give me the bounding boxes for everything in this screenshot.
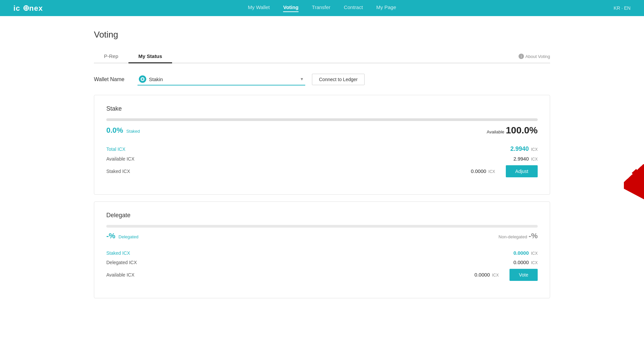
- available-icx-delegate-row: Available ICX 0.0000 ICX Vote: [106, 267, 538, 283]
- nav-my-page[interactable]: My Page: [376, 4, 396, 12]
- non-delegated-value: -%: [529, 232, 538, 240]
- delegated-label: Delegated: [118, 234, 138, 239]
- language-selector[interactable]: KR · EN: [613, 5, 631, 11]
- delegate-progress-track: [106, 225, 538, 228]
- wallet-name-label: Wallet Name: [94, 76, 131, 82]
- staked-label: Staked: [126, 129, 140, 134]
- staked-icx-delegate-label: Staked ICX: [106, 250, 130, 256]
- logo: ic nex: [13, 3, 44, 13]
- connect-ledger-button[interactable]: Connect to Ledger: [312, 74, 365, 85]
- navbar: ic nex My Wallet Voting Transfer Contrac…: [0, 0, 644, 16]
- staked-icx-label: Staked ICX: [106, 169, 130, 174]
- delegated-icx-row: Delegated ICX 0.0000 ICX: [106, 258, 538, 267]
- wallet-select[interactable]: Stakin ▼: [138, 73, 305, 85]
- staked-percent: 0.0% Staked: [106, 126, 140, 135]
- staked-icx-delegate-value: 0.0000 ICX: [514, 250, 538, 256]
- available-icx-row: Available ICX 2.9940 ICX: [106, 154, 538, 164]
- staked-icx-value: 0.0000 ICX Adjust: [471, 165, 538, 177]
- available-pct-value: 100.0%: [506, 125, 538, 135]
- total-icx-row: Total ICX 2.9940 ICX: [106, 144, 538, 154]
- staked-icx-delegate-row: Staked ICX 0.0000 ICX: [106, 248, 538, 258]
- available-icx-label: Available ICX: [106, 156, 135, 162]
- total-icx-value: 2.9940 ICX: [510, 145, 538, 153]
- vote-button[interactable]: Vote: [509, 269, 538, 281]
- available-icx-value: 2.9940 ICX: [514, 156, 538, 162]
- stake-percent-row: 0.0% Staked Available 100.0%: [106, 125, 538, 136]
- delegated-pct-value: -%: [106, 232, 115, 240]
- tab-prep[interactable]: P-Rep: [94, 50, 128, 63]
- page-title: Voting: [94, 29, 550, 40]
- svg-text:ic: ic: [13, 4, 20, 12]
- delegate-pct-row: -% Delegated Non-delegated -%: [106, 232, 538, 240]
- nav-links: My Wallet Voting Transfer Contract My Pa…: [248, 4, 396, 12]
- delegate-icx-table: Staked ICX 0.0000 ICX Delegated ICX 0.00…: [106, 248, 538, 283]
- wallet-icon: [139, 75, 146, 83]
- staked-pct-value: 0.0%: [106, 126, 123, 134]
- delegate-title: Delegate: [106, 212, 538, 219]
- delegate-card: Delegate -% Delegated Non-delegated -% S…: [94, 201, 550, 298]
- stake-title: Stake: [106, 105, 538, 112]
- staked-icx-row: Staked ICX 0.0000 ICX Adjust: [106, 164, 538, 179]
- delegated-icx-value: 0.0000 ICX: [514, 259, 538, 265]
- stake-card: Stake 0.0% Staked Available 100.0% Total…: [94, 95, 550, 195]
- tabs: P-Rep My Status i About Voting: [94, 50, 550, 63]
- info-icon: i: [519, 54, 524, 59]
- available-label: Available: [487, 129, 504, 134]
- tab-my-status[interactable]: My Status: [128, 50, 172, 63]
- non-delegated-percent: Non-delegated -%: [498, 232, 538, 240]
- nav-voting[interactable]: Voting: [283, 4, 299, 12]
- about-voting-link[interactable]: i About Voting: [519, 50, 550, 63]
- stake-icx-table: Total ICX 2.9940 ICX Available ICX 2.994…: [106, 144, 538, 179]
- delegated-icx-label: Delegated ICX: [106, 260, 137, 265]
- available-icx-delegate-label: Available ICX: [106, 272, 135, 278]
- wallet-name-row: Wallet Name Stakin ▼ Connect to Ledger: [94, 73, 550, 85]
- about-voting-label: About Voting: [525, 54, 550, 59]
- available-percent: Available 100.0%: [487, 125, 538, 136]
- wallet-name-value: Stakin: [149, 76, 297, 82]
- stake-progress-track: [106, 118, 538, 121]
- main-content: Voting P-Rep My Status i About Voting Wa…: [0, 16, 644, 362]
- nav-contract[interactable]: Contract: [344, 4, 363, 12]
- available-icx-delegate-value: 0.0000 ICX Vote: [475, 269, 538, 281]
- total-icx-label: Total ICX: [106, 146, 125, 152]
- adjust-button[interactable]: Adjust: [506, 165, 538, 177]
- nav-transfer[interactable]: Transfer: [312, 4, 330, 12]
- non-delegated-label: Non-delegated: [498, 234, 527, 239]
- chevron-down-icon: ▼: [300, 77, 304, 81]
- nav-my-wallet[interactable]: My Wallet: [248, 4, 270, 12]
- svg-text:nex: nex: [29, 4, 43, 12]
- delegated-percent: -% Delegated: [106, 232, 139, 240]
